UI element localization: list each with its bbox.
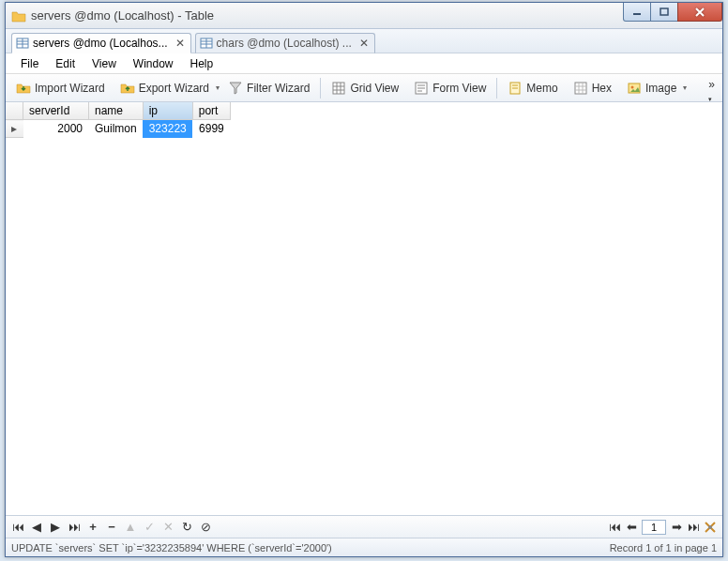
first-page-icon[interactable]: ⏮ [608,520,621,534]
tab-close-icon[interactable]: ✕ [175,37,185,50]
grid-view-label: Grid View [350,82,399,95]
cancel-edit-icon[interactable]: ✕ [161,520,174,534]
filter-wizard-button[interactable]: Filter Wizard [221,77,316,99]
tab-label: servers @dmo (Localhos... [33,37,168,50]
data-table: serverId name ip port ▸ 2000 Guilmon 323… [6,102,231,138]
form-view-label: Form View [432,82,486,95]
image-label: Image [645,82,676,95]
titlebar: servers @dmo (Localhost) - Table [6,3,722,29]
close-button[interactable] [677,3,722,22]
tab-chars[interactable]: chars @dmo (Localhost) ... ✕ [195,33,375,53]
menu-file[interactable]: File [13,54,46,73]
first-record-icon[interactable]: ⏮ [11,520,24,534]
svg-point-16 [708,525,712,529]
page-input[interactable] [642,520,666,535]
menu-help[interactable]: Help [183,54,221,73]
table-area: serverId name ip port ▸ 2000 Guilmon 323… [6,102,722,515]
delete-record-icon[interactable]: − [105,520,118,534]
settings-icon[interactable] [704,521,717,534]
menubar: File Edit View Window Help [6,53,722,74]
table-icon [16,37,29,50]
current-row-marker-icon: ▸ [6,120,23,138]
stop-icon[interactable]: ⊘ [199,520,212,534]
export-dropdown-icon[interactable]: ▾ [216,83,220,92]
col-ip[interactable]: ip [143,102,192,120]
app-window: servers @dmo (Localhost) - Table servers… [5,2,723,557]
statusbar: UPDATE `servers` SET `ip`='3232235894' W… [6,538,722,556]
image-icon [627,81,642,96]
grid-view-button[interactable]: Grid View [325,77,405,99]
funnel-icon [228,81,243,96]
last-record-icon[interactable]: ⏭ [68,520,81,534]
memo-button[interactable]: Memo [501,77,564,99]
import-wizard-button[interactable]: Import Wizard [9,77,112,99]
cell-serverid[interactable]: 2000 [23,120,89,138]
menu-edit[interactable]: Edit [48,54,83,73]
form-icon [414,81,429,96]
svg-rect-10 [333,83,344,94]
cell-port[interactable]: 6999 [192,120,230,138]
export-icon [120,81,135,96]
tab-servers[interactable]: servers @dmo (Localhos... ✕ [11,33,191,53]
memo-icon [508,81,523,96]
menu-window[interactable]: Window [126,54,181,73]
page-nav: ⏮ ⬅ ➡ ⏭ [608,520,717,535]
insert-record-icon[interactable]: + [86,520,99,534]
separator [320,78,321,99]
status-query: UPDATE `servers` SET `ip`='3232235894' W… [11,542,332,553]
import-wizard-label: Import Wizard [35,82,105,95]
col-port[interactable]: port [192,102,230,120]
image-button[interactable]: Image [620,77,683,99]
toolbar-dropdown-icon[interactable]: ▾ [683,83,687,92]
svg-rect-13 [575,83,586,94]
col-name[interactable]: name [89,102,144,120]
export-wizard-label: Export Wizard [139,82,209,95]
tab-close-icon[interactable]: ✕ [359,37,369,50]
maximize-button[interactable] [650,3,678,22]
col-serverid[interactable]: serverId [23,102,89,120]
minimize-button[interactable] [623,3,651,22]
last-page-icon[interactable]: ⏭ [687,520,700,534]
table-header-row: serverId name ip port [6,102,230,120]
grid-icon [331,81,346,96]
separator [496,78,497,99]
window-controls [624,3,722,22]
export-wizard-button[interactable]: Export Wizard [114,77,216,99]
status-record: Record 1 of 1 in page 1 [610,542,717,553]
document-tabbar: servers @dmo (Localhos... ✕ chars @dmo (… [6,29,722,53]
hex-label: Hex [592,82,612,95]
svg-point-15 [631,85,634,88]
form-view-button[interactable]: Form View [407,77,493,99]
table-icon [200,37,213,50]
svg-rect-1 [660,8,668,15]
prev-record-icon[interactable]: ◀ [30,520,43,534]
record-navbar: ⏮ ◀ ▶ ⏭ + − ▲ ✓ ✕ ↻ ⊘ ⏮ ⬅ ➡ ⏭ [6,515,722,538]
row-marker-header [6,102,23,120]
next-record-icon[interactable]: ▶ [49,520,62,534]
refresh-icon[interactable]: ↻ [180,520,193,534]
toolbar: Import Wizard Export Wizard ▾ Filter Wiz… [6,74,722,102]
next-page-icon[interactable]: ➡ [670,520,683,534]
window-title: servers @dmo (Localhost) - Table [31,8,214,23]
prev-page-icon[interactable]: ⬅ [625,520,638,534]
post-edit-icon[interactable]: ✓ [143,520,156,534]
import-icon [16,81,31,96]
menu-view[interactable]: View [84,54,124,73]
app-folder-icon [11,8,26,23]
filter-wizard-label: Filter Wizard [247,82,310,95]
hex-icon [573,81,588,96]
cell-ip[interactable]: 323223 [143,120,192,138]
edit-record-icon[interactable]: ▲ [124,520,137,534]
cell-name[interactable]: Guilmon [89,120,144,138]
tab-label: chars @dmo (Localhost) ... [217,37,352,50]
hex-button[interactable]: Hex [567,77,618,99]
svg-rect-0 [633,13,641,15]
memo-label: Memo [526,82,557,95]
table-row[interactable]: ▸ 2000 Guilmon 323223 6999 [6,120,230,138]
